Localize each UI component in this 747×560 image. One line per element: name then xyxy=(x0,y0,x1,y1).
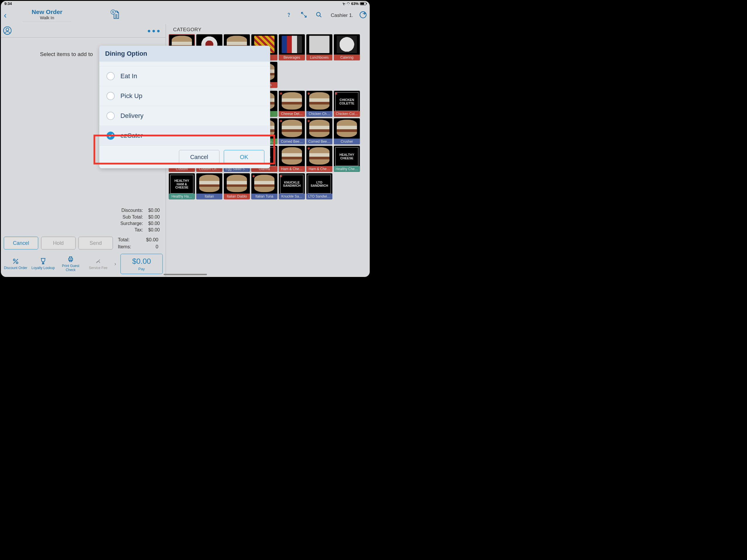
dining-option-row[interactable]: Delivery xyxy=(99,106,270,126)
modal-ok-button[interactable]: OK xyxy=(224,150,264,164)
dining-option-row[interactable]: ezCater xyxy=(99,126,270,146)
radio-icon xyxy=(106,72,115,80)
radio-icon xyxy=(106,132,115,140)
modal-backdrop[interactable]: Dining Option Eat InPick UpDeliveryezCat… xyxy=(1,1,370,277)
home-indicator[interactable] xyxy=(164,274,207,275)
radio-icon xyxy=(106,92,115,100)
dining-option-row[interactable]: Eat In xyxy=(99,66,270,86)
dining-option-row[interactable]: Pick Up xyxy=(99,86,270,106)
radio-icon xyxy=(106,112,115,120)
modal-title: Dining Option xyxy=(99,46,270,62)
dining-option-modal: Dining Option Eat InPick UpDeliveryezCat… xyxy=(99,46,270,169)
modal-cancel-button[interactable]: Cancel xyxy=(179,150,220,164)
